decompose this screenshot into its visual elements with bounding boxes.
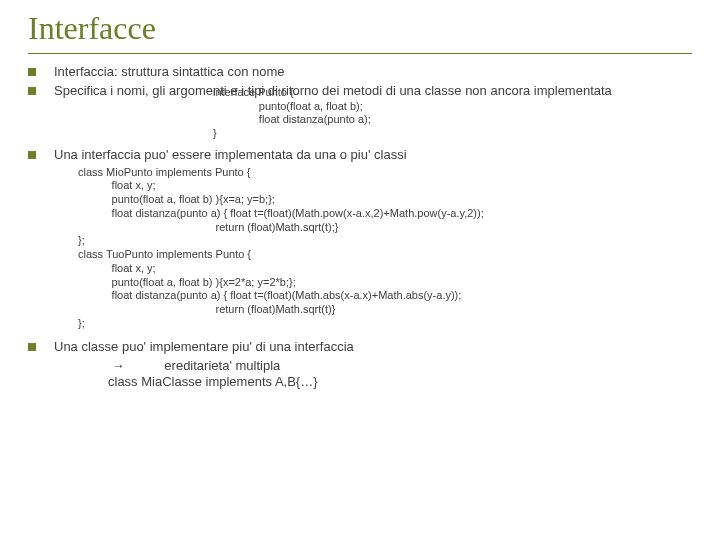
bullet-text: Una classe puo' implementare piu' di una… xyxy=(54,339,692,356)
bullet-icon xyxy=(28,68,36,76)
code-multi: → ereditarieta' multipla class MiaClasse… xyxy=(108,358,692,391)
bullet-icon xyxy=(28,87,36,95)
slide-title: Interfacce xyxy=(28,0,692,54)
bullet-row: Interfaccia: struttura sintattica con no… xyxy=(28,64,692,81)
bullet-icon xyxy=(28,151,36,159)
bullet-row: Specifica i nomi, gli argomenti e i tipi… xyxy=(28,83,692,100)
bullet-text: Interfaccia: struttura sintattica con no… xyxy=(54,64,692,81)
bullet-row: Una interfaccia puo' essere implementata… xyxy=(28,147,692,164)
bullet-row: Una classe puo' implementare piu' di una… xyxy=(28,339,692,356)
bullet-text: Una interfaccia puo' essere implementata… xyxy=(54,147,692,164)
bullet-icon xyxy=(28,343,36,351)
code-classes: class MioPunto implements Punto { float … xyxy=(78,166,692,331)
slide-body: Interfaccia: struttura sintattica con no… xyxy=(28,64,692,390)
bullet-text: Specifica i nomi, gli argomenti e i tipi… xyxy=(54,83,692,100)
